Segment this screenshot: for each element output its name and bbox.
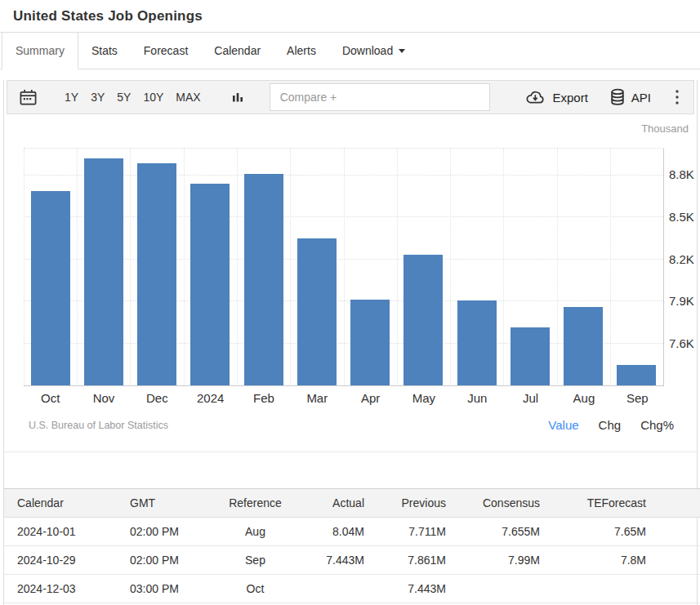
x-tick-label: Dec [131,391,184,405]
plot-area [24,148,664,386]
period-3y[interactable]: 3Y [89,89,106,105]
y-tick-label: 7.6K [669,336,694,351]
table-cell: 02:00 PM [127,546,221,575]
bar-slot [24,149,77,385]
column-header: Consensus [449,489,543,518]
table-cell: 7.655M [449,518,543,546]
bar[interactable] [84,158,123,385]
x-tick-label: Apr [344,391,397,405]
tab-label: Summary [16,44,65,57]
title-bar: United States Job Openings [0,0,700,33]
table-cell: 8.04M [290,518,368,546]
compare-input[interactable] [270,83,490,111]
bar-slot [503,149,556,385]
table-cell [543,575,649,603]
bar[interactable] [350,300,390,385]
toggle-value[interactable]: Value [548,418,578,432]
tab-bar: Summary Stats Forecast Calendar Alerts D… [0,33,700,69]
bar-slot [184,149,237,385]
content-pane: 1Y 3Y 5Y 10Y MAX Export [3,80,698,605]
period-5y[interactable]: 5Y [115,89,132,105]
bar-slot [344,149,397,385]
x-tick-label: Jun [451,391,504,405]
toggle-chg-pct[interactable]: Chg% [640,418,674,432]
calendar-icon[interactable] [19,88,38,106]
kebab-menu-icon[interactable] [672,90,682,105]
table-cell: Oct [221,575,290,603]
cell-spacer [649,546,700,575]
chart-unit-label: Thousand [641,122,689,135]
table-cell: 7.861M [368,546,449,575]
tab-label: Download [342,44,393,57]
bar[interactable] [617,365,656,385]
table-cell: 2024-10-29 [4,546,127,575]
bar[interactable] [564,307,603,385]
x-tick-label: Nov [77,391,130,405]
table-cell: 02:00 PM [127,518,221,546]
bar-slot [557,149,610,385]
x-axis-labels: OctNovDec2024FebMarAprMayJunJulAugSep [24,391,664,405]
bar[interactable] [297,238,337,385]
toolbar-right: Export API [524,88,682,106]
table-row[interactable]: 2024-12-0303:00 PMOct7.443M [4,575,700,603]
y-axis-labels: 7.6K7.9K8.2K8.5K8.8K [669,148,700,386]
period-max[interactable]: MAX [174,89,202,105]
chevron-down-icon [399,49,405,53]
cell-spacer [649,575,700,603]
table-cell: 7.443M [368,575,449,603]
table-cell: 2024-10-01 [4,518,127,546]
tab-summary[interactable]: Summary [2,33,78,69]
tab-stats[interactable]: Stats [78,33,131,69]
table-cell: 03:00 PM [127,575,221,603]
x-tick-label: Mar [291,391,344,405]
table-cell: Sep [221,546,290,575]
toggle-chg[interactable]: Chg [599,418,622,432]
table-row[interactable]: 2024-10-0102:00 PMAug8.04M7.711M7.655M7.… [4,518,700,546]
bar[interactable] [404,255,443,385]
table-cell: 7.99M [449,546,543,575]
period-1y[interactable]: 1Y [63,89,80,105]
table-cell [449,575,543,603]
tab-download[interactable]: Download [329,33,418,69]
bar-slot [610,149,663,385]
x-tick-label: Feb [237,391,290,405]
x-tick-label: Sep [611,391,664,405]
chart-toolbar: 1Y 3Y 5Y 10Y MAX Export [7,80,694,114]
y-tick-label: 7.9K [669,294,694,309]
bar-slot [397,149,450,385]
table-cell: 7.443M [290,546,368,575]
bar-slot [290,149,343,385]
tab-label: Forecast [144,44,188,57]
period-selector: 1Y 3Y 5Y 10Y MAX [63,89,203,105]
bar-chart-icon[interactable] [230,90,245,105]
bar[interactable] [190,184,230,385]
api-label: API [631,91,651,105]
table-cell: 7.8M [543,546,649,575]
bar-slot [237,149,290,385]
table-row[interactable]: 2024-10-2902:00 PMSep7.443M7.861M7.99M7.… [4,546,700,575]
period-10y[interactable]: 10Y [141,89,165,105]
column-header: Reference [221,489,290,518]
source-attribution: U.S. Bureau of Labor Statistics [29,420,168,431]
x-tick-label: Jul [504,391,557,405]
table-cell [290,575,368,603]
bar[interactable] [31,191,70,385]
tab-calendar[interactable]: Calendar [201,33,274,69]
table-header: CalendarGMTReferenceActualPreviousConsen… [4,489,700,518]
export-button[interactable]: Export [524,90,587,105]
tab-alerts[interactable]: Alerts [274,33,329,69]
bar[interactable] [137,163,176,385]
page-title: United States Job Openings [13,8,203,24]
bar[interactable] [244,174,283,385]
cell-spacer [649,518,700,546]
bar[interactable] [511,327,550,385]
y-tick-label: 8.8K [669,167,694,182]
table-cell: 7.65M [543,518,649,546]
api-button[interactable]: API [609,88,651,106]
tab-forecast[interactable]: Forecast [131,33,201,69]
x-tick-label: 2024 [184,391,237,405]
export-label: Export [552,91,587,105]
bar[interactable] [457,300,497,385]
bar-slot [77,149,130,385]
series-toggles: Value Chg Chg% [548,418,674,432]
